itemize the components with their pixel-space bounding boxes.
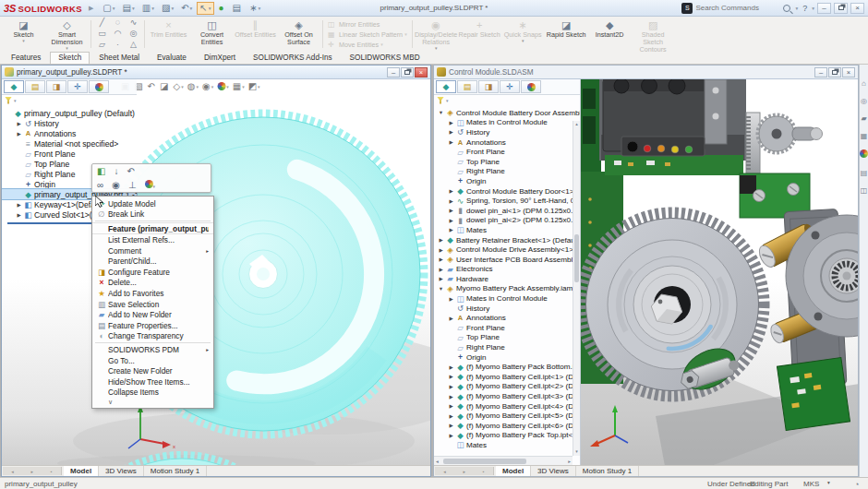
status-tags-icon[interactable]: ◔	[854, 480, 859, 489]
tree-item[interactable]: ▶◆Control Module Battery Door<1>--> (Def	[434, 186, 580, 197]
open-file-button[interactable]: ▤▾	[120, 2, 138, 15]
displaymanager-tab[interactable]	[89, 80, 109, 93]
doc-tab[interactable]: Model	[496, 466, 531, 476]
tree-item[interactable]: ▶◆(f) Myomo Battery Cell.ipt<3> (Default…	[434, 391, 580, 401]
tab-scroll-control[interactable]: ◂▸▪	[3, 467, 62, 475]
smart-dimension-button[interactable]: ◇Smart Dimension▾	[45, 18, 89, 51]
shaded-sketch-contours-button[interactable]: ▨Shaded Sketch Contours	[632, 18, 675, 51]
close-button[interactable]: ×	[850, 3, 864, 14]
minimize-button[interactable]: –	[817, 3, 831, 14]
menu-item[interactable]: List External Refs...	[92, 234, 213, 245]
polygon-tool[interactable]: △	[127, 40, 140, 51]
menu-item[interactable]: SOLIDWORKS PDM▸	[92, 344, 213, 355]
menu-item[interactable]: ▰Add to New Folder	[92, 309, 213, 320]
ribbon-tab[interactable]: Evaluate	[149, 52, 195, 64]
trim-entities-button[interactable]: ×Trim Entities	[147, 18, 190, 51]
child-restore-button[interactable]	[828, 67, 841, 78]
menu-item[interactable]: ⟳Update Model	[92, 198, 213, 209]
rectangle-tool[interactable]: ▭	[95, 29, 109, 40]
configurationmanager-tab[interactable]: ◨	[478, 80, 499, 93]
tree-item[interactable]: ▶◆Battery Retainer Bracket<1> (Default)	[434, 235, 580, 245]
design-library-icon[interactable]: ▰	[861, 114, 866, 123]
search-options-caret-icon[interactable]: ▾	[795, 6, 798, 11]
menu-item[interactable]: ▤Feature Properties...	[92, 320, 213, 331]
propertymanager-tab[interactable]: ▤	[25, 80, 45, 93]
menu-item[interactable]: ×Delete...	[92, 278, 213, 289]
quick-snaps-button[interactable]: ∗Quick Snaps▾	[501, 18, 545, 51]
dimxpertmanager-tab[interactable]: ✛	[500, 80, 520, 93]
rapid-sketch-button[interactable]: ◪Rapid Sketch	[545, 18, 588, 51]
child-minimize-button[interactable]: –	[814, 67, 827, 78]
featuremanager-tab[interactable]: ◆	[436, 80, 456, 93]
tree-item[interactable]: ▶◆(f) Myomo Battery Cell.ipt<6> (Default…	[434, 421, 580, 431]
tree-item[interactable]: ▶AAnnotations	[434, 313, 580, 323]
ellipse-tool[interactable]: ◎	[127, 29, 140, 40]
rollback-button[interactable]: ↶	[127, 166, 134, 176]
ribbon-tab[interactable]: Sketch	[50, 52, 90, 64]
tree-item[interactable]: ▱Right Plane	[434, 342, 580, 352]
suppress-button[interactable]: ↓	[114, 166, 118, 176]
menu-item[interactable]: ◨Configure Feature	[92, 267, 213, 278]
zoom-to-selection-button[interactable]: ◉	[112, 180, 120, 190]
featuremanager-tab[interactable]: ◆	[4, 80, 24, 93]
view-orientation-icon[interactable]: ◇▾	[173, 81, 183, 91]
custom-properties-icon[interactable]: ▤	[861, 169, 868, 177]
tree-item[interactable]: ▶◆(f) Myomo Battery Cell.ipt<5> (Default…	[434, 411, 580, 421]
point-tool[interactable]: ·	[111, 40, 125, 51]
ribbon-tab[interactable]: SOLIDWORKS MBD	[342, 52, 428, 64]
tree-item[interactable]: ▶◆(f) Myomo Battery Cell.ipt<4> (Default…	[434, 401, 580, 411]
tree-item[interactable]: ▱Front Plane	[434, 147, 580, 157]
apply-scene-icon[interactable]: ▦▾	[233, 81, 245, 91]
solidworks-resources-icon[interactable]: ◎	[861, 97, 867, 105]
restore-button[interactable]	[834, 3, 848, 14]
tree-item[interactable]: ▱Right Plane	[434, 167, 580, 177]
options-button[interactable]: ∗▾	[247, 2, 263, 15]
assembly-window-titlebar[interactable]: Control Module.SLDASM – ×	[434, 66, 858, 79]
child-close-button[interactable]: ×	[415, 67, 428, 78]
child-minimize-button[interactable]: –	[387, 67, 400, 78]
line-tool[interactable]: ╱	[95, 18, 109, 29]
menu-item[interactable]: Create New Folder	[92, 365, 213, 376]
ribbon-tab[interactable]: SOLIDWORKS Add-Ins	[245, 52, 341, 64]
doc-tab[interactable]: Motion Study 1	[144, 466, 207, 476]
tree-item[interactable]: +Origin	[434, 176, 580, 186]
tree-item[interactable]: ▶◆(f) Myomo Battery Pack Top.ipt<1> (Def…	[434, 431, 580, 441]
dimxpertmanager-tab[interactable]: ✛	[67, 80, 88, 93]
pcb-bottom[interactable]	[777, 357, 850, 430]
tree-item[interactable]: ▶◆(f) Myomo Battery Cell.ipt<2> (Default…	[434, 382, 580, 392]
tree-item[interactable]: ▱Top Plane	[434, 333, 580, 343]
horizontal-scrollbar[interactable]: ◂▸	[434, 456, 573, 465]
tree-item[interactable]: ▶↺History	[434, 127, 580, 137]
vertical-scrollbar[interactable]: ▴▾	[573, 121, 580, 456]
edit-feature-button[interactable]: ◧	[97, 166, 105, 176]
tree-item[interactable]: ↺History	[434, 304, 580, 314]
menu-item[interactable]: ∨	[92, 398, 213, 406]
section-view-icon[interactable]: ◪	[160, 81, 169, 91]
slot-tool[interactable]: ▱	[95, 40, 109, 51]
display-style-icon[interactable]: ◍▾	[187, 81, 199, 91]
menu-item[interactable]: ∅Break Link	[92, 209, 213, 221]
offset-entities-button[interactable]: ∥Offset Entities	[234, 18, 277, 51]
tree-item[interactable]: ▱Front Plane	[434, 323, 580, 333]
view-settings-icon[interactable]: ◩▾	[248, 81, 260, 91]
new-file-button[interactable]: ▢▾	[100, 2, 117, 15]
doc-tab[interactable]: Motion Study 1	[576, 466, 639, 476]
appearances-scenes-icon[interactable]	[860, 149, 868, 160]
print-button[interactable]: ▨▾	[159, 2, 176, 15]
mirror-entities-button[interactable]: ◫Mirror Entities	[328, 19, 407, 29]
units-caret-icon[interactable]: ▾	[827, 480, 830, 485]
tree-item[interactable]: ▶▰Hardware	[434, 274, 580, 284]
tree-item[interactable]: ≡Material <not specified>	[2, 138, 137, 149]
tree-item[interactable]: ▶◫Mates in Control Module	[434, 118, 580, 128]
menu-item[interactable]: Collapse Items	[92, 388, 213, 399]
help-button[interactable]: ?	[802, 4, 807, 13]
menu-flyout-icon[interactable]: ▶	[89, 5, 93, 12]
tree-item[interactable]: ▶▮dowel pin_ai<2> (DPM 0.125x0.3125)	[434, 216, 580, 226]
tree-item[interactable]: ▶◫Mates in Control Module	[434, 293, 580, 304]
rollback-bar[interactable]	[7, 222, 96, 224]
tree-item[interactable]: ▶◆(f) Myomo Battery Cell.ipt<1> (Default…	[434, 372, 580, 382]
appearances-button[interactable]: ▾	[145, 180, 156, 190]
offset-on-surface-button[interactable]: ◈Offset On Surface	[277, 18, 320, 51]
search-input[interactable]	[695, 3, 780, 14]
tree-filter[interactable]: ▾	[2, 95, 137, 105]
